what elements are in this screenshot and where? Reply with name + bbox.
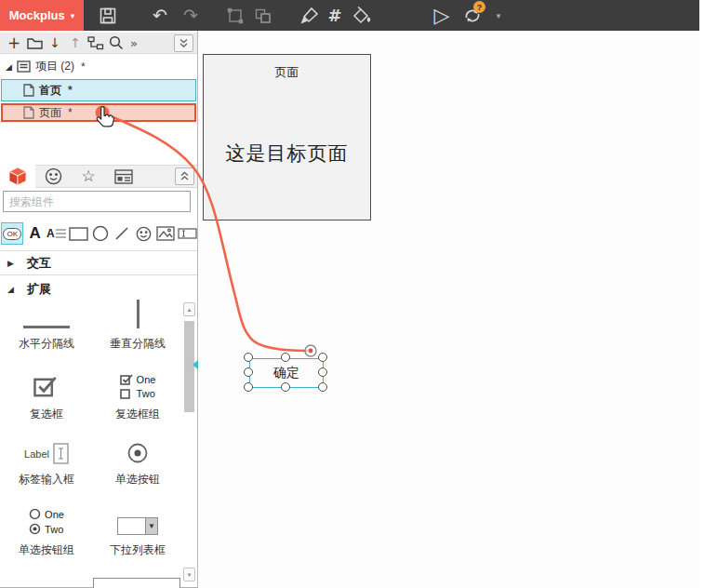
double-chevron-down-icon — [179, 38, 189, 48]
page-label: 页面 — [39, 105, 61, 121]
quick-paragraph-component[interactable]: A — [46, 222, 67, 245]
section-interaction[interactable]: ▶ 交互 — [0, 250, 197, 275]
tab-components[interactable] — [0, 165, 35, 188]
section-label: 交互 — [27, 255, 51, 272]
ungroup-icon — [254, 7, 272, 24]
tree-node-home-page[interactable]: 首页 * — [1, 79, 196, 101]
frame-title: 页面 — [204, 64, 370, 81]
brush-icon — [300, 7, 319, 25]
component-dropdown[interactable]: ▼ 下拉列表框 — [93, 514, 182, 558]
unchecked-box-icon — [120, 388, 133, 399]
add-page-button[interactable]: + — [4, 33, 24, 52]
chevron-down-icon: ▾ — [71, 11, 75, 20]
dropdown-icon: ▼ — [117, 517, 158, 535]
component-radio-button[interactable]: 单选按钮 — [93, 441, 182, 488]
collapse-tree-button[interactable] — [174, 34, 193, 52]
scrollbar-up-button[interactable]: ▴ — [183, 302, 195, 316]
ok-button-icon: OK — [3, 228, 21, 240]
resize-handle-e[interactable] — [318, 368, 327, 377]
move-up-button[interactable]: ↑ — [65, 33, 86, 52]
component-label: 垂直分隔线 — [110, 336, 166, 352]
project-icon — [17, 60, 31, 73]
component-checkbox[interactable]: 复选框 — [2, 374, 91, 422]
component-label: 水平分隔线 — [19, 336, 74, 352]
paint-bucket-icon — [352, 7, 372, 25]
component-checkbox-group[interactable]: One Two 复选框组 — [93, 372, 182, 422]
group-button[interactable] — [224, 0, 248, 31]
search-pages-button[interactable] — [106, 33, 126, 52]
resize-handle-s[interactable] — [281, 382, 290, 392]
undo-icon: ↶ — [153, 7, 167, 24]
mockplus-menu-button[interactable]: Mockplus ▾ — [0, 0, 84, 31]
checkbox-icon — [32, 374, 61, 399]
tab-templates[interactable] — [106, 165, 141, 188]
move-down-button[interactable]: ↓ — [45, 33, 65, 52]
quick-line-component[interactable] — [112, 222, 132, 245]
collapse-library-button[interactable] — [175, 167, 194, 185]
resize-handle-sw[interactable] — [244, 382, 253, 392]
component-radio-group[interactable]: One Two 单选按钮组 — [2, 510, 91, 558]
title-bar: Mockplus ▾ ↶ ↷ # ▷ — [0, 0, 699, 31]
scrollbar-down-button[interactable]: ▾ — [183, 568, 195, 581]
line-icon — [114, 226, 129, 241]
section-extension[interactable]: ◢ 扩展 — [0, 276, 197, 301]
library-tabs: ☆ — [0, 165, 197, 188]
grid-toggle-button[interactable]: # — [324, 0, 346, 31]
ungroup-button[interactable] — [251, 0, 275, 31]
arrow-down-icon: ↓ — [49, 36, 60, 49]
tab-favorites[interactable]: ☆ — [71, 165, 106, 188]
target-page-frame[interactable]: 页面 这是目标页面 — [203, 54, 371, 220]
save-button[interactable] — [96, 0, 120, 31]
add-folder-button[interactable] — [24, 33, 45, 52]
search-input[interactable] — [3, 191, 191, 212]
resize-handle-se[interactable] — [318, 382, 327, 392]
resize-handle-ne[interactable] — [318, 353, 327, 362]
quick-button-component[interactable]: OK — [1, 222, 23, 245]
frame-content-text: 这是目标页面 — [204, 140, 370, 167]
double-chevron-up-icon — [179, 171, 190, 181]
unsaved-marker: * — [68, 84, 73, 97]
more-icon: » — [130, 37, 138, 49]
dropdown-caret-icon: ▼ — [145, 518, 157, 534]
component-partial-next-row[interactable] — [93, 578, 180, 588]
tree-node-target-page[interactable]: 页面 * — [1, 103, 196, 122]
component-label: 复选框 — [30, 407, 63, 422]
quick-circle-component[interactable] — [90, 222, 111, 245]
quick-image-component[interactable] — [155, 222, 176, 245]
arrow-up-icon: ↑ — [70, 36, 81, 49]
more-tools-button[interactable]: » — [126, 33, 141, 52]
quick-components-row: OK A A — [0, 220, 199, 247]
fill-style-button[interactable] — [350, 0, 374, 31]
resize-handle-w[interactable] — [244, 368, 253, 377]
resize-handle-n[interactable] — [281, 353, 290, 362]
help-badge-text: ? — [477, 3, 483, 12]
component-label: 复选框组 — [115, 407, 160, 422]
page-tree-toolbar: + ↓ ↑ » — [0, 33, 197, 54]
text-icon: A — [30, 224, 41, 243]
page-icon — [23, 84, 34, 97]
quick-input-component[interactable] — [178, 222, 198, 245]
component-vertical-divider[interactable]: 垂直分隔线 — [93, 300, 182, 352]
mockplus-app: { "titlebar": { "logo": "Mockplus", "hel… — [0, 0, 704, 588]
quick-icon-component[interactable] — [134, 222, 154, 245]
group-icon — [227, 7, 246, 24]
quick-rectangle-component[interactable] — [68, 222, 88, 245]
resize-handle-nw[interactable] — [244, 353, 253, 362]
redo-button[interactable]: ↷ — [178, 0, 204, 31]
undo-button[interactable]: ↶ — [147, 0, 173, 31]
tab-icons[interactable] — [35, 165, 71, 188]
radio-icon — [126, 442, 149, 464]
sitemap-button[interactable] — [86, 33, 106, 52]
quick-text-component[interactable]: A — [24, 222, 45, 245]
tree-node-project[interactable]: ◢ 项目 (2) * — [0, 56, 197, 77]
component-label-input[interactable]: Label 标签输入框 — [2, 443, 91, 488]
format-painter-button[interactable] — [298, 0, 322, 31]
checkbox-group-icon: One Two — [120, 374, 156, 399]
preview-button[interactable]: ▷ — [429, 0, 455, 31]
help-badge[interactable]: ? — [473, 1, 485, 13]
unsaved-marker: * — [68, 106, 73, 119]
play-icon: ▷ — [434, 6, 450, 26]
folder-icon — [27, 36, 43, 49]
component-horizontal-divider[interactable]: 水平分隔线 — [2, 307, 91, 352]
sync-dropdown-button[interactable]: ▾ — [491, 0, 506, 31]
